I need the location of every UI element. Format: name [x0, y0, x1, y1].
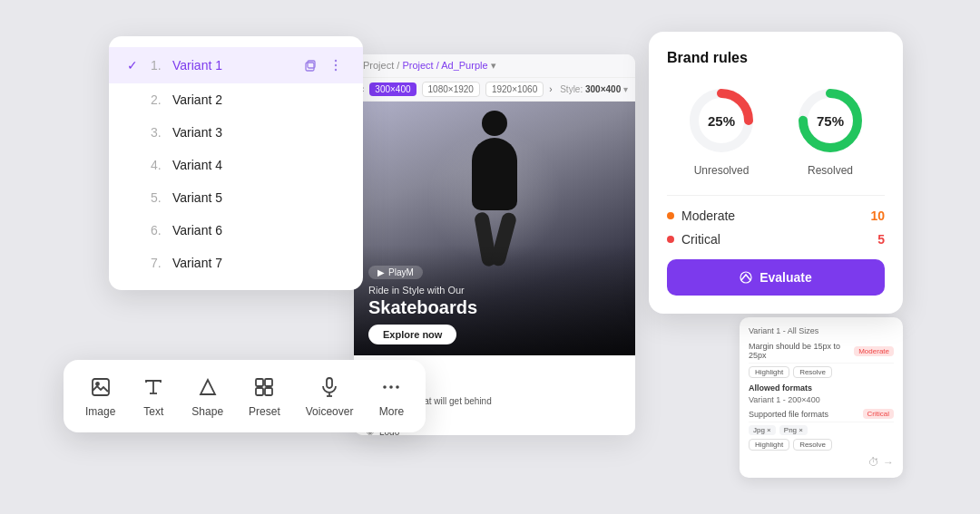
svg-rect-9 — [256, 388, 263, 395]
variant-number: 1. — [151, 58, 172, 73]
donut-resolved-container: 75% — [794, 84, 867, 157]
toolbar-label-voiceover: Voiceover — [306, 405, 354, 418]
text-icon — [141, 374, 166, 400]
critical-dot — [667, 236, 674, 243]
donut-unresolved: 25% Unresolved — [685, 84, 758, 177]
canvas-breadcrumb: Project / Project / Ad_Purple ▾ — [363, 60, 496, 72]
canvas-badge: ▶PlayM — [368, 266, 423, 279]
brand-rules-list: Moderate 10 Critical 5 — [667, 195, 885, 247]
detail-actions-1: Highlight Resolve — [749, 366, 894, 378]
canvas-main-title: Skateboards — [368, 297, 621, 317]
variant-label: Variant 3 — [172, 125, 345, 140]
variant-number: 4. — [151, 158, 172, 172]
svg-point-21 — [740, 272, 751, 283]
highlight-btn-1[interactable]: Highlight — [749, 366, 789, 378]
moderate-dot — [667, 212, 674, 219]
format-tags: Jpg × Png × — [749, 425, 894, 435]
evaluate-button[interactable]: Evaluate — [667, 259, 885, 296]
detail-arrow-icon: → — [883, 456, 894, 469]
evaluate-label: Evaluate — [760, 270, 812, 285]
variant-number: 3. — [151, 125, 172, 140]
size-1920[interactable]: 1920×1060 — [485, 82, 544, 97]
toolbar-item-image[interactable]: Image — [85, 374, 115, 418]
detail-panel: Variant 1 - All Sizes Margin should be 1… — [740, 317, 903, 478]
svg-rect-7 — [256, 379, 263, 386]
variant-actions — [301, 56, 345, 74]
detail-variant-label-2: Variant 1 - 200×400 — [749, 395, 894, 404]
resolve-btn-1[interactable]: Resolve — [793, 366, 832, 378]
canvas-overlay: ▶PlayM Ride in Style with Our Skateboard… — [354, 245, 635, 355]
highlight-btn-2[interactable]: Highlight — [749, 439, 789, 451]
svg-point-3 — [335, 64, 337, 66]
canvas-cta-button[interactable]: Explore now — [368, 325, 456, 344]
variant-label: Variant 4 — [172, 158, 345, 172]
critical-count: 5 — [877, 232, 885, 247]
svg-point-6 — [96, 383, 99, 385]
donut-resolved: 75% Resolved — [794, 84, 867, 177]
detail-clock-icon: ⏱ — [868, 456, 879, 469]
variant-item-2[interactable]: 2. Variant 2 — [109, 83, 363, 116]
svg-point-4 — [335, 69, 337, 71]
issue-1-text: Margin should be 15px to 25px — [749, 342, 854, 360]
variant-item-1[interactable]: ✓ 1. Variant 1 — [109, 47, 363, 83]
toolbar-item-shape[interactable]: Shape — [191, 374, 223, 418]
svg-rect-10 — [265, 388, 272, 395]
moderate-count: 10 — [870, 209, 885, 223]
variant-number: 5. — [151, 190, 172, 205]
toolbar-label-preset: Preset — [249, 405, 280, 418]
canvas-image: ▶PlayM Ride in Style with Our Skateboard… — [354, 102, 635, 355]
resolved-percent: 75% — [817, 113, 844, 129]
toolbar-panel: Image Text Shape Preset Voiceover More — [64, 360, 426, 432]
issue-2-text: Supported file formats — [749, 410, 828, 419]
toolbar-item-text[interactable]: Text — [141, 374, 166, 418]
canvas-header: Project / Project / Ad_Purple ▾ — [354, 54, 635, 78]
toolbar-item-preset[interactable]: Preset — [249, 374, 280, 418]
variant-label: Variant 2 — [172, 92, 345, 107]
rule-critical-name: Critical — [667, 232, 720, 247]
selected-size[interactable]: 300×400 — [369, 82, 416, 96]
svg-rect-11 — [327, 378, 332, 388]
variant-number: 7. — [151, 256, 172, 270]
evaluate-icon — [740, 271, 752, 284]
svg-rect-8 — [265, 379, 272, 386]
toolbar-item-more[interactable]: More — [378, 374, 404, 418]
variant-item-4[interactable]: 4. Variant 4 — [109, 149, 363, 181]
variant-label: Variant 1 — [172, 58, 301, 73]
rule-moderate-name: Moderate — [667, 209, 735, 223]
toolbar-label-image: Image — [85, 405, 115, 418]
detail-issue-1: Margin should be 15px to 25px Moderate — [749, 339, 894, 364]
variant-item-6[interactable]: 6. Variant 6 — [109, 214, 363, 247]
toolbar-label-text: Text — [143, 405, 163, 418]
variant-number: 2. — [151, 92, 172, 107]
brand-panel-title: Brand rules — [667, 50, 885, 66]
detail-variant-label: Variant 1 - All Sizes — [749, 326, 894, 335]
variant-number: 6. — [151, 223, 172, 238]
detail-actions-2: Highlight Resolve — [749, 439, 894, 451]
shape-icon — [195, 374, 220, 400]
detail-issue-2: Supported file formats Critical — [749, 406, 894, 422]
donut-unresolved-container: 25% — [685, 84, 758, 157]
variant-panel: ✓ 1. Variant 1 2. Variant 2 3. Variant 3… — [109, 36, 363, 290]
resolve-btn-2[interactable]: Resolve — [793, 439, 832, 451]
variant-item-3[interactable]: 3. Variant 3 — [109, 116, 363, 149]
more-icon[interactable] — [327, 56, 345, 74]
canvas-subtitle: Ride in Style with Our — [368, 285, 621, 296]
size-1080[interactable]: 1080×1920 — [422, 82, 480, 97]
toolbar-label-shape: Shape — [191, 405, 223, 418]
issue-2-severity: Critical — [863, 409, 894, 419]
variant-label: Variant 5 — [172, 190, 345, 205]
svg-rect-5 — [93, 379, 109, 395]
issue-1-severity: Moderate — [854, 346, 894, 356]
unresolved-label: Unresolved — [694, 164, 750, 177]
rule-critical: Critical 5 — [667, 232, 885, 247]
format-jpg: Jpg × — [749, 425, 776, 435]
svg-point-15 — [390, 385, 394, 389]
nav-right-icon[interactable]: › — [549, 84, 552, 94]
preset-icon — [251, 374, 277, 400]
variant-item-5[interactable]: 5. Variant 5 — [109, 181, 363, 214]
svg-point-2 — [335, 60, 337, 62]
variant-item-7[interactable]: 7. Variant 7 — [109, 247, 363, 279]
toolbar-item-voiceover[interactable]: Voiceover — [306, 374, 354, 418]
unresolved-percent: 25% — [708, 113, 735, 129]
copy-icon[interactable] — [301, 56, 319, 74]
